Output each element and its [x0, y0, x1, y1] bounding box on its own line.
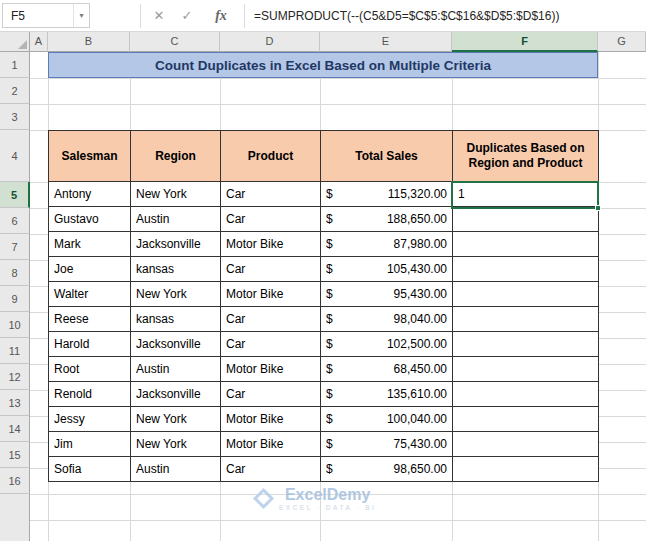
header-total-sales[interactable]: Total Sales	[321, 131, 453, 182]
fill-handle[interactable]	[595, 205, 601, 211]
cell-duplicates[interactable]	[453, 432, 599, 457]
sheet-title-cell[interactable]: Count Duplicates in Excel Based on Multi…	[48, 52, 598, 78]
cancel-icon[interactable]: ✕	[148, 0, 170, 32]
cell-duplicates[interactable]	[453, 232, 599, 257]
column-header-b[interactable]: B	[48, 32, 130, 52]
cell-salesman[interactable]: Walter	[49, 282, 131, 307]
cell-sales[interactable]: $75,430.00	[321, 432, 453, 457]
column-header-f-selected[interactable]: F	[452, 32, 598, 52]
cell-region[interactable]: Jacksonville	[131, 232, 221, 257]
row-header-4[interactable]: 4	[0, 130, 30, 182]
row-header-3[interactable]: 3	[0, 104, 30, 130]
cell-region[interactable]: Jacksonville	[131, 382, 221, 407]
cell-region[interactable]: kansas	[131, 257, 221, 282]
cell-region[interactable]: New York	[131, 432, 221, 457]
cell-duplicates[interactable]	[453, 457, 599, 482]
cell-sales[interactable]: $102,500.00	[321, 332, 453, 357]
row-header-9[interactable]: 9	[0, 286, 30, 312]
cell-product[interactable]: Motor Bike	[221, 232, 321, 257]
watermark-tagline: EXCEL · DATA · BI	[279, 504, 376, 511]
row-header-1[interactable]: 1	[0, 52, 30, 78]
row-header-7[interactable]: 7	[0, 234, 30, 260]
cell-region[interactable]: New York	[131, 282, 221, 307]
cell-region[interactable]: Austin	[131, 207, 221, 232]
divider	[244, 4, 245, 28]
cell-duplicates[interactable]	[453, 357, 599, 382]
column-header-e[interactable]: E	[320, 32, 452, 52]
cell-region[interactable]: kansas	[131, 307, 221, 332]
cell-salesman[interactable]: Mark	[49, 232, 131, 257]
cell-product[interactable]: Car	[221, 332, 321, 357]
cell-product[interactable]: Car	[221, 382, 321, 407]
row-header-13[interactable]: 13	[0, 390, 30, 416]
column-header-d[interactable]: D	[220, 32, 320, 52]
cell-product[interactable]: Car	[221, 182, 321, 207]
cell-product[interactable]: Car	[221, 307, 321, 332]
cell-duplicates[interactable]	[453, 307, 599, 332]
cell-sales[interactable]: $115,320.00	[321, 182, 453, 207]
cell-salesman[interactable]: Root	[49, 357, 131, 382]
column-header-c[interactable]: C	[130, 32, 220, 52]
cell-product[interactable]: Motor Bike	[221, 282, 321, 307]
cell-product[interactable]: Car	[221, 207, 321, 232]
header-duplicates[interactable]: Duplicates Based on Region and Product	[453, 131, 599, 182]
cell-sales[interactable]: $100,040.00	[321, 407, 453, 432]
cell-sales[interactable]: $98,040.00	[321, 307, 453, 332]
cell-region[interactable]: Austin	[131, 357, 221, 382]
cell-product[interactable]: Motor Bike	[221, 407, 321, 432]
header-product[interactable]: Product	[221, 131, 321, 182]
cell-duplicates[interactable]	[453, 407, 599, 432]
name-box[interactable]: F5 ▾	[2, 3, 90, 28]
cell-product[interactable]: Car	[221, 257, 321, 282]
row-header-11[interactable]: 11	[0, 338, 30, 364]
currency-symbol: $	[326, 237, 333, 251]
row-header-6[interactable]: 6	[0, 208, 30, 234]
cell-sales[interactable]: $95,430.00	[321, 282, 453, 307]
cell-sales[interactable]: $188,650.00	[321, 207, 453, 232]
row-header-5-selected[interactable]: 5	[0, 182, 30, 208]
header-salesman[interactable]: Salesman	[49, 131, 131, 182]
cell-duplicates[interactable]	[453, 332, 599, 357]
row-header-16[interactable]: 16	[0, 468, 30, 494]
row-header-10[interactable]: 10	[0, 312, 30, 338]
cell-region[interactable]: Jacksonville	[131, 332, 221, 357]
row-header-8[interactable]: 8	[0, 260, 30, 286]
formula-input[interactable]: =SUMPRODUCT(--(C5&D5=$C$5:$C$16&$D$5:$D$…	[254, 0, 559, 32]
cell-sales[interactable]: $135,610.00	[321, 382, 453, 407]
cell-salesman[interactable]: Harold	[49, 332, 131, 357]
cell-duplicates[interactable]	[453, 207, 599, 232]
cell-region[interactable]: Austin	[131, 457, 221, 482]
cell-salesman[interactable]: Sofia	[49, 457, 131, 482]
cell-salesman[interactable]: Gustavo	[49, 207, 131, 232]
cell-salesman[interactable]: Jim	[49, 432, 131, 457]
cell-salesman[interactable]: Jessy	[49, 407, 131, 432]
cell-sales[interactable]: $87,980.00	[321, 232, 453, 257]
cell-sales[interactable]: $105,430.00	[321, 257, 453, 282]
cell-duplicates[interactable]	[453, 257, 599, 282]
column-header-g[interactable]: G	[598, 32, 646, 52]
header-region[interactable]: Region	[131, 131, 221, 182]
column-header-a[interactable]: A	[30, 32, 48, 52]
enter-icon[interactable]: ✓	[176, 0, 198, 32]
cell-sales[interactable]: $68,450.00	[321, 357, 453, 382]
cell-product[interactable]: Car	[221, 457, 321, 482]
cell-salesman[interactable]: Renold	[49, 382, 131, 407]
select-all-corner[interactable]	[0, 32, 30, 52]
row-header-15[interactable]: 15	[0, 442, 30, 468]
cell-region[interactable]: New York	[131, 182, 221, 207]
row-header-12[interactable]: 12	[0, 364, 30, 390]
row-header-14[interactable]: 14	[0, 416, 30, 442]
cell-product[interactable]: Motor Bike	[221, 357, 321, 382]
cell-salesman[interactable]: Antony	[49, 182, 131, 207]
cell-duplicates[interactable]	[453, 382, 599, 407]
cell-salesman[interactable]: Reese	[49, 307, 131, 332]
cell-sales[interactable]: $98,650.00	[321, 457, 453, 482]
name-box-dropdown-icon[interactable]: ▾	[73, 4, 89, 27]
row-header-2[interactable]: 2	[0, 78, 30, 104]
cell-salesman[interactable]: Joe	[49, 257, 131, 282]
amount: 98,650.00	[394, 462, 447, 476]
cell-duplicates[interactable]	[453, 282, 599, 307]
cell-region[interactable]: New York	[131, 407, 221, 432]
cell-product[interactable]: Motor Bike	[221, 432, 321, 457]
insert-function-icon[interactable]: fx	[210, 0, 232, 32]
